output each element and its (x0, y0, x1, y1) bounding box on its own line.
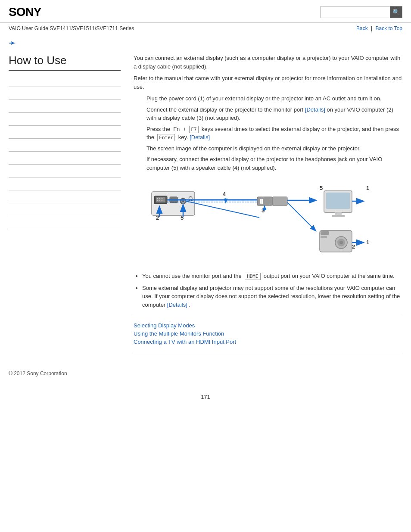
content-para1: You can connect an external display (suc… (134, 54, 402, 71)
svg-point-5 (162, 198, 162, 199)
sidebar-link[interactable] (9, 207, 10, 213)
step2: Connect the external display or the proj… (146, 106, 402, 122)
sidebar-link[interactable] (9, 103, 10, 109)
sidebar-link[interactable] (9, 155, 10, 161)
list-item[interactable] (9, 126, 121, 139)
breadcrumb: ➛ (0, 34, 411, 50)
step3: Press the Fn + F7 keys several times to … (146, 125, 402, 142)
bullet2-details-link[interactable]: [Details] (167, 302, 187, 308)
svg-rect-27 (272, 197, 287, 205)
sidebar-link[interactable] (9, 168, 10, 174)
search-button[interactable]: 🔍 (390, 6, 402, 18)
svg-text:▐▌: ▐▌ (259, 199, 265, 204)
svg-text:5: 5 (320, 185, 323, 191)
nav-separator: | (371, 25, 372, 31)
list-item[interactable] (9, 190, 121, 203)
svg-text:1: 1 (366, 239, 369, 246)
step2-text: Connect the external display or the proj… (146, 106, 303, 113)
step1: Plug the power cord (1) of your external… (146, 94, 402, 103)
svg-text:2: 2 (352, 243, 355, 250)
list-item[interactable] (9, 165, 121, 177)
footer: © 2012 Sony Corporation (0, 362, 411, 381)
sidebar-link[interactable] (9, 129, 10, 135)
svg-text:1: 1 (366, 185, 369, 191)
svg-point-6 (157, 200, 158, 201)
list-item[interactable] (9, 113, 121, 126)
sidebar-link[interactable] (9, 220, 10, 226)
related-link-2[interactable]: Using the Multiple Monitors Function (134, 330, 402, 337)
svg-text:4: 4 (223, 191, 226, 197)
svg-line-20 (186, 201, 259, 218)
svg-line-36 (287, 202, 315, 230)
sidebar-link[interactable] (9, 78, 10, 84)
content-para2: Refer to the manual that came with your … (134, 74, 402, 91)
list-item[interactable] (9, 177, 121, 190)
svg-point-7 (159, 200, 160, 201)
svg-rect-2 (156, 197, 165, 202)
svg-rect-41 (321, 231, 329, 235)
search-box: 🔍 (321, 6, 402, 18)
svg-point-8 (162, 200, 162, 201)
related-section: Selecting Display Modes Using the Multip… (134, 316, 402, 353)
bullet-list: You cannot use the monitor port and the … (142, 272, 402, 309)
svg-text:3: 3 (262, 207, 265, 214)
step3-text: Press the Fn + F7 keys several times to … (146, 126, 399, 141)
related-link-1[interactable]: Selecting Display Modes (134, 322, 402, 329)
list-item[interactable] (9, 152, 121, 165)
sidebar-title: How to Use (9, 54, 121, 71)
search-icon: 🔍 (392, 9, 400, 16)
back-link[interactable]: Back (356, 25, 368, 31)
list-item[interactable] (9, 216, 121, 229)
svg-rect-32 (335, 212, 342, 215)
svg-rect-31 (326, 193, 350, 209)
copyright: © 2012 Sony Corporation (9, 370, 67, 376)
main-layout: How to Use You can connect an external d… (0, 50, 411, 362)
bullet-item-1: You cannot use the monitor port and the … (142, 272, 402, 280)
list-item[interactable] (9, 100, 121, 113)
svg-point-40 (339, 241, 343, 244)
back-to-top-link[interactable]: Back to Top (376, 25, 402, 31)
connection-diagram: Ω 2 5 4 ▐▌ 3 (147, 179, 389, 265)
list-item[interactable] (9, 139, 121, 152)
sony-logo: SONY (9, 5, 41, 19)
svg-rect-42 (321, 236, 327, 238)
sidebar: How to Use (9, 54, 129, 353)
content-area: You can connect an external display (suc… (129, 54, 402, 353)
bullet1-text: You cannot use the monitor port and the … (142, 273, 395, 279)
sidebar-link[interactable] (9, 181, 10, 187)
svg-point-3 (157, 198, 158, 199)
sidebar-items (9, 74, 121, 229)
diagram-container: Ω 2 5 4 ▐▌ 3 (134, 179, 402, 265)
step2-details-link[interactable]: [Details] (305, 106, 325, 113)
breadcrumb-arrow[interactable]: ➛ (9, 39, 15, 47)
step3-note: The screen image of the computer is disp… (146, 144, 402, 153)
list-item[interactable] (9, 203, 121, 216)
list-item[interactable] (9, 74, 121, 87)
nav-links: Back | Back to Top (356, 25, 402, 31)
step3-details-link[interactable]: [Details] (190, 134, 210, 140)
guide-title: VAIO User Guide SVE1411/SVE1511/SVE1711 … (9, 25, 134, 31)
page-number: 171 (0, 394, 411, 400)
svg-point-12 (182, 200, 184, 202)
sidebar-link[interactable] (9, 116, 10, 122)
svg-text:Ω: Ω (188, 195, 193, 202)
sidebar-link[interactable] (9, 194, 10, 200)
sidebar-link[interactable] (9, 142, 10, 148)
related-link-3[interactable]: Connecting a TV with an HDMI Input Port (134, 339, 402, 345)
step4: If necessary, connect the external displ… (146, 155, 402, 172)
svg-point-4 (159, 198, 160, 199)
svg-text:2: 2 (156, 215, 159, 221)
sidebar-link[interactable] (9, 90, 10, 96)
page-header: SONY 🔍 (0, 0, 411, 23)
search-input[interactable] (321, 6, 390, 18)
svg-rect-33 (332, 215, 345, 217)
list-item[interactable] (9, 87, 121, 100)
bullet-item-2: Some external display and projector may … (142, 284, 402, 309)
bullet2-end: . (189, 302, 190, 308)
sub-header: VAIO User Guide SVE1411/SVE1511/SVE1711 … (0, 23, 411, 34)
